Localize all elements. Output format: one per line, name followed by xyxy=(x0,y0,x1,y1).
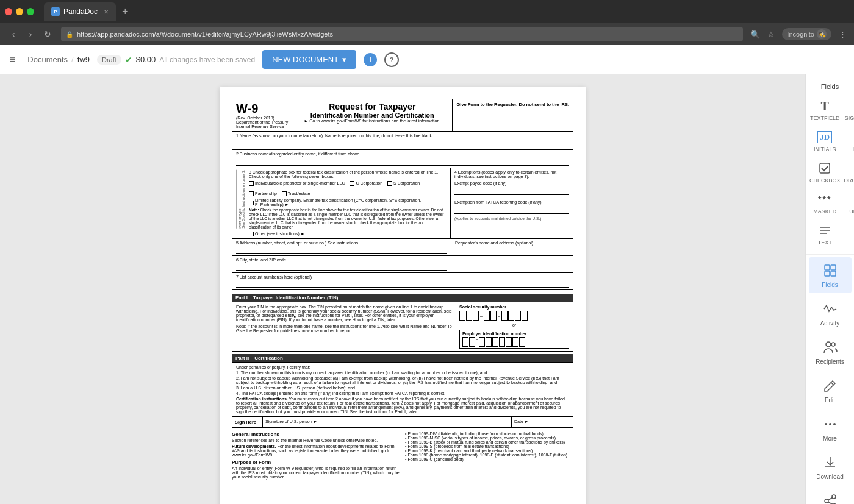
w9-other-option[interactable]: Other (see instructions) ► xyxy=(249,231,447,236)
back-button[interactable]: ‹ xyxy=(7,29,20,39)
upload-tool[interactable]: UPLOAD xyxy=(843,188,854,218)
svg-rect-12 xyxy=(825,271,830,276)
w9-line34-section: Print or type.See Specific Instructions … xyxy=(232,168,573,239)
ssn-digit-7[interactable] xyxy=(508,311,514,321)
w9-line2-field[interactable] xyxy=(236,157,569,166)
close-button[interactable] xyxy=(5,8,12,15)
menu-button[interactable]: ≡ xyxy=(10,54,15,65)
ssn-digit-2[interactable] xyxy=(466,311,472,321)
initials-tool[interactable]: JD INITIALS xyxy=(808,126,842,156)
extensions-icon[interactable]: ⋮ xyxy=(839,30,847,39)
edit-nav-icon xyxy=(820,377,840,394)
textfield-tool[interactable]: T TEXTFIELD xyxy=(808,95,842,125)
new-document-button[interactable]: NEW DOCUMENT ▾ xyxy=(262,50,356,69)
w9-individual-option[interactable]: Individual/sole proprietor or single-mem… xyxy=(249,180,345,186)
w9-tin-note: Note: If the account is in more than one… xyxy=(236,324,454,333)
new-tab-button[interactable]: + xyxy=(122,5,129,18)
w9-line5-field[interactable] xyxy=(236,246,447,254)
recipients-nav-icon xyxy=(820,339,840,356)
documents-link[interactable]: Documents xyxy=(27,55,68,64)
date-tool[interactable]: DATE xyxy=(843,126,854,156)
reload-button[interactable]: ↻ xyxy=(41,29,54,39)
w9-exempt-field[interactable] xyxy=(454,186,569,195)
ssn-digit-5[interactable] xyxy=(490,311,497,321)
ssn-digit-3[interactable] xyxy=(473,311,479,321)
w9-line6-field[interactable] xyxy=(236,263,447,271)
other-checkbox[interactable] xyxy=(249,232,254,236)
forward-button[interactable]: › xyxy=(24,29,37,39)
ssn-sep1: – xyxy=(480,314,483,318)
edit-nav-item[interactable]: Edit xyxy=(809,372,852,408)
tab-close-button[interactable]: ✕ xyxy=(104,9,109,15)
w9-part2-subtitle: Certification xyxy=(254,355,283,361)
w9-ein-label: Employer identification number xyxy=(462,332,566,336)
download-nav-icon xyxy=(820,454,840,471)
ein-digit-7[interactable] xyxy=(506,337,512,347)
dropdown-tool[interactable]: DROPDOWN xyxy=(843,157,854,187)
llc-checkbox[interactable] xyxy=(249,201,254,205)
ssn-digit-9[interactable] xyxy=(522,311,528,321)
w9-fatca-field[interactable] xyxy=(454,205,569,214)
ein-digit-1[interactable] xyxy=(462,337,468,347)
svg-line-16 xyxy=(831,382,834,385)
ein-digit-3[interactable] xyxy=(479,337,485,347)
masked-tool[interactable]: *** MASKED xyxy=(808,188,842,218)
partnership-checkbox[interactable] xyxy=(249,191,254,196)
w9-llc-option[interactable]: Limited liability company. Enter the tax… xyxy=(249,198,447,207)
w9-part2-header: Part II Certification xyxy=(232,354,573,362)
w9-line1-field[interactable] xyxy=(236,139,569,147)
search-icon[interactable]: 🔍 xyxy=(750,30,760,39)
ein-digit-9[interactable] xyxy=(519,337,525,347)
w9-partnership-option[interactable]: Partnership xyxy=(249,191,277,196)
w9-tin-text: Enter your TIN in the appropriate box. T… xyxy=(236,305,454,322)
w9-ccorp-option[interactable]: C Corporation xyxy=(350,180,382,186)
avatar[interactable]: I xyxy=(364,53,377,66)
fields-nav-item[interactable]: Fields xyxy=(809,257,852,293)
scorp-checkbox[interactable] xyxy=(387,181,392,186)
maximize-button[interactable] xyxy=(27,8,34,15)
ein-digit-2[interactable] xyxy=(469,337,475,347)
url-bar[interactable]: 🔒 https://app.pandadoc.com/a/#/document/… xyxy=(61,27,743,41)
recipients-nav-item[interactable]: Recipients xyxy=(809,334,852,370)
w9-part2-title: Part II xyxy=(235,355,249,361)
w9-ssn-part3 xyxy=(501,311,528,321)
svg-line-21 xyxy=(828,498,832,500)
fields-panel-top: Fields T TEXTFIELD ✒ SIGNATURE JD xyxy=(806,79,854,255)
minimize-button[interactable] xyxy=(16,8,23,15)
w9-trust-option[interactable]: Trust/estate xyxy=(282,191,310,196)
svg-point-17 xyxy=(832,495,836,499)
ssn-digit-6[interactable] xyxy=(501,311,508,321)
checkbox-tool[interactable]: CHECKBOX xyxy=(808,157,842,187)
trust-checkbox[interactable] xyxy=(282,191,287,196)
browser-chrome: P PandaDoc ✕ + xyxy=(0,0,854,23)
w9-gen-inst-intro: Section references are to the Internal R… xyxy=(232,438,400,442)
ssn-digit-4[interactable] xyxy=(484,311,490,321)
svg-point-14 xyxy=(826,342,831,347)
more-nav-item[interactable]: More xyxy=(809,411,852,447)
help-button[interactable]: ? xyxy=(384,52,399,67)
ein-digit-6[interactable] xyxy=(499,337,505,347)
w9-part1-header: Part I Taxpayer Identification Number (T… xyxy=(232,294,573,302)
ssn-digit-8[interactable] xyxy=(515,311,521,321)
individual-checkbox[interactable] xyxy=(249,181,254,186)
w9-scorp-option[interactable]: S Corporation xyxy=(387,180,420,186)
fields-nav-icon xyxy=(820,262,840,279)
breadcrumb-separator: / xyxy=(71,55,74,64)
active-tab[interactable]: P PandaDoc ✕ xyxy=(44,2,116,21)
bookmark-icon[interactable]: ☆ xyxy=(767,30,775,39)
share-nav-item[interactable]: Share xyxy=(809,488,852,504)
activity-nav-item[interactable]: Activity xyxy=(809,296,852,332)
ein-digit-8[interactable] xyxy=(512,337,518,347)
url-text: https://app.pandadoc.com/a/#/document/v1… xyxy=(77,30,738,38)
w9-line7-field[interactable] xyxy=(236,280,569,288)
ein-digit-4[interactable] xyxy=(486,337,492,347)
ccorp-checkbox[interactable] xyxy=(350,181,354,186)
w9-sign-field[interactable]: Signature of U.S. person ► xyxy=(263,417,512,427)
w9-date-field[interactable]: Date ► xyxy=(512,417,573,427)
text-tool[interactable]: TEXT xyxy=(808,219,842,249)
download-nav-item[interactable]: Download xyxy=(809,449,852,485)
ein-digit-5[interactable] xyxy=(492,337,498,347)
signature-tool[interactable]: ✒ SIGNATURE xyxy=(843,95,854,125)
ccorp-label: C Corporation xyxy=(356,181,382,185)
ssn-digit-1[interactable] xyxy=(459,311,465,321)
